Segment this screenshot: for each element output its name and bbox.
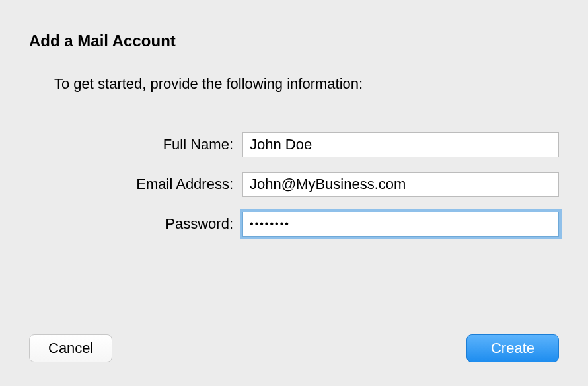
cancel-button[interactable]: Cancel — [29, 334, 112, 362]
full-name-label: Full Name: — [42, 136, 242, 153]
password-input[interactable] — [242, 212, 559, 237]
password-label: Password: — [42, 215, 242, 233]
full-name-row: Full Name: — [42, 132, 559, 157]
add-mail-account-dialog: Add a Mail Account To get started, provi… — [0, 0, 588, 386]
account-form: Full Name: Email Address: Password: — [42, 132, 559, 237]
full-name-input[interactable] — [242, 132, 559, 157]
dialog-title: Add a Mail Account — [29, 32, 559, 50]
create-button[interactable]: Create — [466, 334, 559, 362]
email-row: Email Address: — [42, 172, 559, 197]
email-label: Email Address: — [42, 176, 242, 193]
dialog-subtitle: To get started, provide the following in… — [54, 75, 559, 93]
password-row: Password: — [42, 212, 559, 237]
button-row: Cancel Create — [29, 334, 559, 362]
email-input[interactable] — [242, 172, 559, 197]
